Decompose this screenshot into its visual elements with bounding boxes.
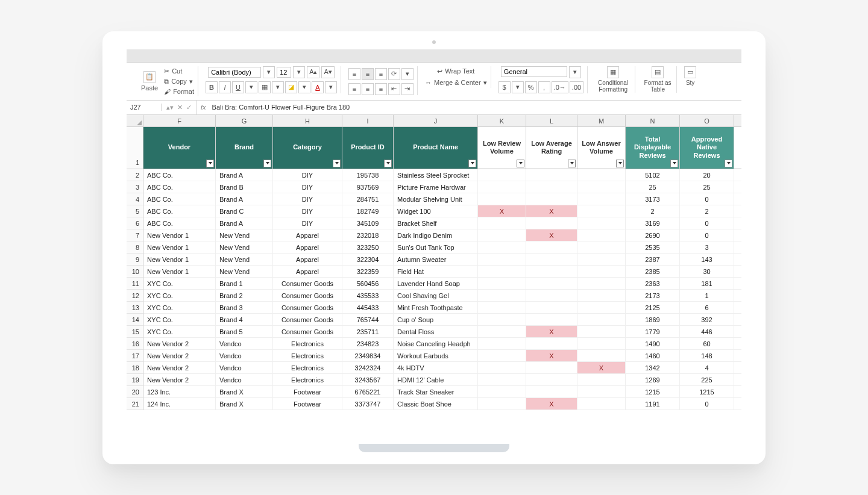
cell[interactable]: Electronics [273, 374, 342, 385]
cell[interactable]: Classic Boat Shoe [394, 398, 478, 409]
cell[interactable]: Brand C [216, 205, 273, 217]
cell[interactable]: 3242324 [342, 362, 394, 373]
header-cell[interactable]: Category [273, 127, 342, 169]
cell[interactable] [577, 374, 626, 385]
cell[interactable]: XYC Co. [143, 290, 216, 301]
cell[interactable] [526, 254, 577, 265]
row-header[interactable]: 3 [127, 181, 143, 193]
column-header-N[interactable]: N [626, 115, 680, 126]
cell[interactable]: XYC Co. [143, 278, 216, 289]
cell[interactable]: Mint Fresh Toothpaste [394, 302, 478, 313]
cell[interactable]: X [526, 229, 577, 241]
cell[interactable] [577, 205, 626, 217]
borders-button[interactable]: ▦ [259, 81, 271, 93]
cell[interactable]: Footwear [273, 386, 342, 397]
cell[interactable] [526, 386, 577, 397]
cell[interactable]: Widget 100 [394, 205, 478, 217]
cell[interactable]: 60 [680, 338, 734, 349]
row-header[interactable]: 7 [127, 229, 143, 241]
row-header[interactable]: 11 [127, 278, 143, 290]
cell[interactable]: 0 [680, 398, 734, 409]
cell[interactable]: HDMI 12' Cable [394, 374, 478, 385]
comma-button[interactable]: , [538, 81, 550, 93]
cell[interactable]: Brand A [216, 169, 273, 181]
cell[interactable] [478, 398, 526, 409]
cell[interactable]: 435533 [342, 290, 394, 301]
row-header[interactable]: 16 [127, 338, 143, 350]
cell[interactable]: 322359 [342, 266, 394, 277]
cell[interactable] [526, 169, 577, 181]
cell[interactable]: Autumn Sweater [394, 254, 478, 265]
align-left-button[interactable]: ≡ [348, 83, 360, 95]
row-header[interactable]: 17 [127, 350, 143, 362]
cell[interactable]: 20 [680, 169, 734, 181]
cell[interactable]: Dental Floss [394, 326, 478, 337]
cell[interactable]: 4 [680, 362, 734, 373]
cell[interactable]: 2349834 [342, 350, 394, 361]
cell[interactable]: 25 [680, 181, 734, 193]
cell[interactable]: Apparel [273, 229, 342, 241]
cell[interactable]: Picture Frame Hardwar [394, 181, 478, 193]
cell[interactable]: 0 [680, 229, 734, 241]
cell[interactable] [478, 181, 526, 193]
cell[interactable]: DIY [273, 205, 342, 217]
cell[interactable] [577, 181, 626, 193]
cell[interactable]: 345109 [342, 217, 394, 229]
row-header[interactable]: 19 [127, 374, 143, 386]
name-box-dropdown[interactable]: ▴▾ [166, 104, 174, 111]
cell[interactable] [478, 302, 526, 313]
cell[interactable]: 765744 [342, 314, 394, 325]
cell[interactable]: 182749 [342, 205, 394, 217]
cell[interactable] [478, 362, 526, 373]
cell[interactable]: 1215 [626, 386, 680, 397]
cell[interactable]: 235711 [342, 326, 394, 337]
row-header[interactable]: 9 [127, 254, 143, 266]
cell[interactable]: Brand 5 [216, 326, 273, 337]
cell[interactable]: 234823 [342, 338, 394, 349]
cell[interactable]: Noise Canceling Headph [394, 338, 478, 349]
cell[interactable] [526, 193, 577, 205]
column-header-I[interactable]: I [342, 115, 394, 126]
cell[interactable]: New Vendor 2 [143, 362, 216, 373]
cell[interactable]: New Vendor 1 [143, 229, 216, 241]
cell[interactable]: 3243567 [342, 374, 394, 385]
decrease-font-button[interactable]: A▾ [321, 66, 334, 78]
cell[interactable]: Brand 3 [216, 302, 273, 313]
cell[interactable]: Vendco [216, 338, 273, 349]
cell[interactable]: New Vend [216, 254, 273, 265]
orientation-dropdown[interactable]: ▾ [401, 68, 414, 80]
cell[interactable] [577, 169, 626, 181]
cell[interactable]: 2363 [626, 278, 680, 289]
cell[interactable]: Cup o' Soup [394, 314, 478, 325]
decrease-indent-button[interactable]: ⇤ [388, 83, 400, 95]
filter-dropdown-icon[interactable] [670, 160, 678, 167]
cell[interactable] [526, 266, 577, 277]
cell[interactable]: XYC Co. [143, 314, 216, 325]
cell[interactable]: 3169 [626, 217, 680, 229]
cell[interactable]: New Vendor 2 [143, 350, 216, 361]
row-header[interactable]: 12 [127, 290, 143, 302]
cell[interactable]: X [577, 362, 626, 373]
cell[interactable] [478, 169, 526, 181]
cell[interactable] [478, 229, 526, 241]
cell[interactable]: 1460 [626, 350, 680, 361]
column-header-J[interactable]: J [394, 115, 478, 126]
cell[interactable]: 2690 [626, 229, 680, 241]
cell[interactable] [526, 314, 577, 325]
cell[interactable]: Sun's Out Tank Top [394, 241, 478, 253]
cell[interactable]: 322304 [342, 254, 394, 265]
cell[interactable]: 3173 [626, 193, 680, 205]
cell[interactable]: 1869 [626, 314, 680, 325]
header-cell[interactable]: Low Average Rating [526, 127, 577, 169]
cell[interactable]: Bracket Shelf [394, 217, 478, 229]
cell[interactable]: 3 [680, 241, 734, 253]
cell[interactable]: DIY [273, 217, 342, 229]
cell[interactable] [526, 217, 577, 229]
cell[interactable]: 284751 [342, 193, 394, 205]
cell[interactable]: 1191 [626, 398, 680, 409]
cell[interactable]: 143 [680, 254, 734, 265]
cell[interactable]: 195738 [342, 169, 394, 181]
cell[interactable] [577, 314, 626, 325]
row-header[interactable]: 20 [127, 386, 143, 398]
fill-color-button[interactable]: ◪ [285, 81, 297, 93]
